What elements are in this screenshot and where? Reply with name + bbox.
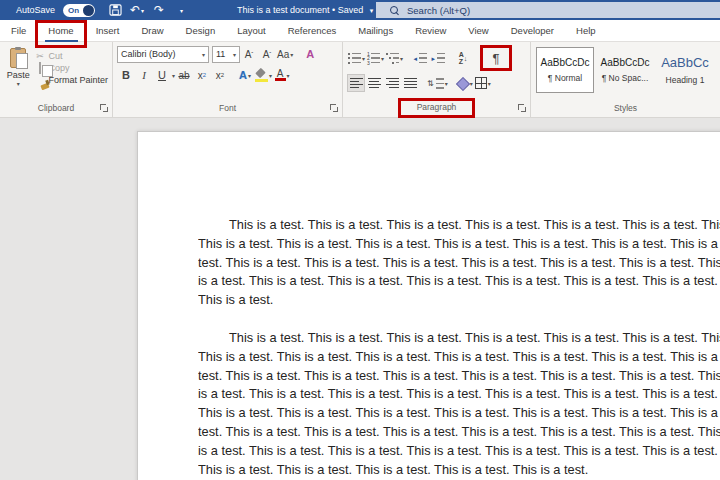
style-card--normal[interactable]: AaBbCcDc¶ Normal <box>536 47 594 93</box>
undo-dropdown-icon: ▾ <box>141 7 144 14</box>
tab-help[interactable]: Help <box>565 20 607 42</box>
style-name-label: Heading 1 <box>666 75 705 85</box>
decrease-indent-icon: ◂ <box>414 53 427 64</box>
tab-review[interactable]: Review <box>404 20 457 42</box>
shading-icon <box>457 77 469 89</box>
text-highlight-button[interactable]: ▾ <box>254 66 273 84</box>
ribbon: Paste ▾ ✂ Cut Copy Format Painter Clipb <box>0 42 720 118</box>
subscript-mark: 2 <box>203 72 206 78</box>
increase-indent-button[interactable]: ▸ <box>429 49 447 67</box>
tab-file[interactable]: File <box>0 20 37 42</box>
paragraph-group-label: Paragraph <box>417 102 457 112</box>
styles-group: AaBbCcDc¶ NormalAaBbCcDc¶ No Spac...AaBb… <box>531 42 720 117</box>
tab-references[interactable]: References <box>277 20 348 42</box>
superscript-mark: 2 <box>221 72 224 78</box>
align-center-button[interactable] <box>365 74 383 92</box>
cut-button[interactable]: ✂ Cut <box>34 51 108 61</box>
autosave-toggle-knob <box>83 5 94 16</box>
tab-mailings[interactable]: Mailings <box>347 20 404 42</box>
font-size-combo[interactable]: 11 ▾ <box>212 46 240 63</box>
subscript-button[interactable]: x2 <box>193 66 211 84</box>
save-button[interactable] <box>105 1 125 19</box>
justify-icon <box>404 78 417 89</box>
paste-button[interactable]: Paste ▾ <box>4 45 32 99</box>
line-spacing-button[interactable]: ⇅ ▾ <box>426 74 449 92</box>
sort-button[interactable]: AZ ↓ <box>454 49 472 67</box>
superscript-button[interactable]: x2 <box>211 66 229 84</box>
paragraph-group: ▾ 1 2 3 ▾ ▾ <box>343 42 531 117</box>
document-text-line: This is a test. This is a test. This is … <box>198 404 720 423</box>
show-formatting-marks-button[interactable]: ¶ <box>487 49 505 67</box>
align-right-button[interactable] <box>383 74 401 92</box>
tab-design[interactable]: Design <box>175 20 227 42</box>
line-spacing-icon: ⇅ <box>427 78 444 89</box>
text-effects-button[interactable]: A ▾ <box>236 66 254 84</box>
style-card-heading-1[interactable]: AaBbCcHeading 1 <box>656 47 714 93</box>
autosave-toggle[interactable]: On <box>63 4 95 17</box>
change-case-button[interactable]: Aa ▾ <box>276 45 294 63</box>
tab-draw[interactable]: Draw <box>130 20 174 42</box>
font-name-dropdown-icon: ▾ <box>202 51 205 58</box>
change-case-icon: Aa <box>277 49 289 60</box>
style-name-label: ¶ Normal <box>548 73 582 83</box>
align-center-icon <box>368 78 381 89</box>
underline-button[interactable]: U <box>153 66 171 84</box>
search-input[interactable]: Search (Alt+Q) <box>376 2 720 18</box>
tab-developer[interactable]: Developer <box>500 20 565 42</box>
document-page[interactable]: This is a test. This is a test. This is … <box>137 131 720 480</box>
tab-layout[interactable]: Layout <box>226 20 277 42</box>
shading-button[interactable]: ▾ <box>456 74 474 92</box>
style-sample-text: AaBbCcDc <box>601 57 650 68</box>
font-color-button[interactable]: A ▾ <box>273 66 291 84</box>
style-card--no-spac-[interactable]: AaBbCcDc¶ No Spac... <box>596 47 654 93</box>
bullets-button[interactable]: ▾ <box>347 49 366 67</box>
decrease-indent-button[interactable]: ◂ <box>411 49 429 67</box>
tab-view[interactable]: View <box>457 20 499 42</box>
clipboard-group: Paste ▾ ✂ Cut Copy Format Painter Clipb <box>0 42 113 117</box>
line-spacing-dropdown-icon: ▾ <box>445 80 448 87</box>
font-name-combo[interactable]: Calibri (Body) ▾ <box>117 46 209 63</box>
style-sample-text: AaBbCc <box>661 55 709 70</box>
title-dropdown-icon: ▾ <box>370 7 374 14</box>
font-dialog-launcher[interactable] <box>330 104 338 112</box>
change-case-dropdown-icon: ▾ <box>290 51 293 58</box>
shrink-font-icon: A <box>263 49 270 60</box>
align-left-button[interactable] <box>347 74 365 92</box>
font-group-label: Font <box>219 103 236 113</box>
clipboard-group-label: Clipboard <box>38 103 74 113</box>
style-card-heac[interactable]: AaBlHeac <box>716 47 720 93</box>
document-canvas[interactable]: This is a test. This is a test. This is … <box>0 118 720 480</box>
document-text-line: This is a test. This is a test. This is … <box>198 329 720 348</box>
tab-insert[interactable]: Insert <box>85 20 131 42</box>
numbering-button[interactable]: 1 2 3 ▾ <box>366 49 385 67</box>
justify-button[interactable] <box>401 74 419 92</box>
bold-button[interactable]: B <box>117 66 135 84</box>
grow-font-button[interactable]: Aˆ <box>240 45 258 63</box>
redo-button[interactable]: ↷ <box>149 1 169 19</box>
customize-qat-button[interactable]: ▾ <box>171 1 191 19</box>
document-text-line: This is a test. <box>198 291 720 310</box>
strikethrough-button[interactable]: ab <box>175 66 193 84</box>
save-icon <box>109 4 122 16</box>
document-text-line: This is a test. This is a test. This is … <box>198 461 720 480</box>
document-title-text: This is a test document <box>237 5 330 15</box>
tab-home[interactable]: Home <box>37 20 84 42</box>
undo-button[interactable]: ↶ ▾ <box>127 1 147 19</box>
document-title[interactable]: This is a test document • Saved ▾ <box>237 5 373 15</box>
styles-group-label: Styles <box>614 103 637 113</box>
bold-icon: B <box>122 69 130 81</box>
text-effects-icon: A <box>239 69 247 81</box>
paragraph-annotation-redbox: Paragraph <box>398 98 476 118</box>
clear-formatting-button[interactable]: A <box>301 45 319 63</box>
shrink-font-button[interactable]: Aˇ <box>258 45 276 63</box>
copy-button[interactable]: Copy <box>34 63 108 73</box>
multilevel-list-button[interactable]: ▾ <box>385 49 404 67</box>
cut-label: Cut <box>48 51 62 61</box>
quick-access-toolbar: ↶ ▾ ↷ ▾ <box>105 1 191 19</box>
clipboard-dialog-launcher[interactable] <box>100 104 108 112</box>
pilcrow-icon: ¶ <box>493 51 500 66</box>
paragraph-dialog-launcher[interactable] <box>518 104 526 112</box>
italic-button[interactable]: I <box>135 66 153 84</box>
borders-button[interactable]: ▾ <box>474 74 492 92</box>
document-text-line: is a test. This is a test. This is a tes… <box>198 385 720 404</box>
